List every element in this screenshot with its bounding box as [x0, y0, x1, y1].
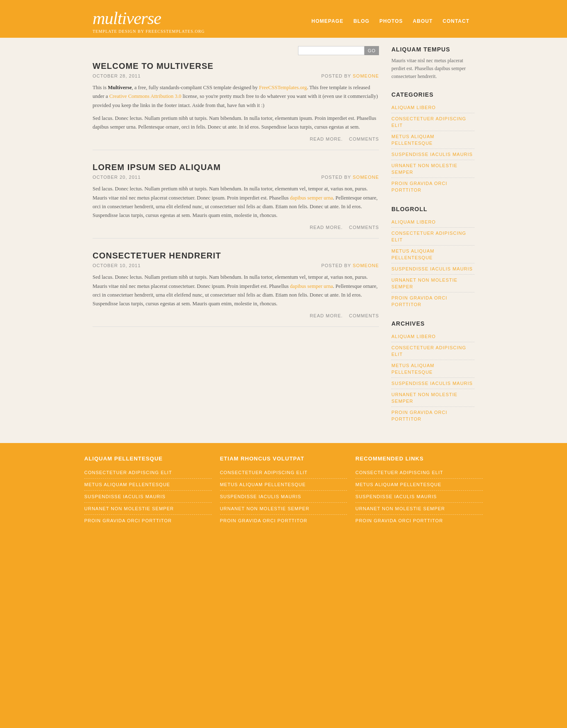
read-more-link[interactable]: READ MORE. [310, 136, 343, 141]
list-item-link[interactable]: METUS ALIQUAM PELLENTESQUE [391, 363, 434, 375]
archives-title: ARCHIVES [391, 320, 474, 327]
post-body-link[interactable]: dapibus semper urna [290, 283, 333, 289]
site-logo: multiverse TEMPLATE DESIGN BY FREECSSTEM… [93, 8, 205, 34]
footer-col3-list: CONSECTETUER ADIPISCING ELITMETUS ALIQUA… [355, 467, 483, 526]
list-item: METUS ALIQUAM PELLENTESQUE [391, 246, 474, 263]
footer-list-item: CONSECTETUER ADIPISCING ELIT [355, 467, 483, 479]
post-title: CONSECTETUER HENDRERIT [93, 251, 379, 261]
footer-col2-title: ETIAM RHONCUS VOLUTPAT [220, 455, 347, 462]
about-text: Mauris vitae nisl nec metus placerat per… [391, 57, 474, 81]
footer-inner: ALIQUAM PELLENTESQUE CONSECTETUER ADIPIS… [84, 455, 483, 526]
list-item: PROIN GRAVIDA ORCI PORTTITOR [391, 407, 474, 424]
read-more-link[interactable]: READ MORE. [310, 225, 343, 230]
footer-col1-title: ALIQUAM PELLENTESQUE [84, 455, 212, 462]
post-author-section: POSTED BY SOMEONE [321, 263, 379, 268]
site-title: multiverse [93, 8, 205, 28]
footer-list-link[interactable]: URNANET NON MOLESTIE SEMPER [355, 506, 445, 511]
footer-list-link[interactable]: CONSECTETUER ADIPISCING ELIT [220, 470, 308, 475]
footer-list-link[interactable]: CONSECTETUER ADIPISCING ELIT [355, 470, 443, 475]
footer-list-link[interactable]: URNANET NON MOLESTIE SEMPER [84, 506, 174, 511]
footer-col-2: ETIAM RHONCUS VOLUTPAT CONSECTETUER ADIP… [220, 455, 356, 526]
footer-list-link[interactable]: METUS ALIQUAM PELLENTESQUE [355, 482, 441, 487]
post-date: OCTOBER 28, 2011 [93, 73, 141, 78]
post-footer: READ MORE.COMMENTS [93, 225, 379, 230]
footer-list-item: URNANET NON MOLESTIE SEMPER [220, 503, 347, 515]
list-item-link[interactable]: SUSPENDISSE IACULIS MAURIS [391, 152, 473, 157]
read-more-link[interactable]: READ MORE. [310, 313, 343, 318]
list-item-link[interactable]: SUSPENDISSE IACULIS MAURIS [391, 381, 473, 386]
footer-col2-list: CONSECTETUER ADIPISCING ELITMETUS ALIQUA… [220, 467, 347, 526]
list-item-link[interactable]: ALIQUAM LIBERO [391, 105, 436, 110]
blogroll-list: ALIQUAM LIBEROCONSECTETUER ADIPISCING EL… [391, 217, 474, 310]
footer-list-link[interactable]: CONSECTETUER ADIPISCING ELIT [84, 470, 172, 475]
nav-link-blog[interactable]: BLOG [348, 17, 374, 26]
list-item-link[interactable]: PROIN GRAVIDA ORCI PORTTITOR [391, 181, 447, 192]
nav-link-homepage[interactable]: HOMEPAGE [306, 17, 348, 26]
sidebar: ALIQUAM TEMPUS Mauris vitae nisl nec met… [391, 46, 474, 435]
categories-title: CATEGORIES [391, 91, 474, 98]
comments-link[interactable]: COMMENTS [349, 225, 379, 230]
main-content: GO WELCOME TO MULTIVERSEOCTOBER 28, 2011… [93, 46, 391, 435]
list-item: SUSPENDISSE IACULIS MAURIS [391, 263, 474, 275]
post-meta: OCTOBER 20, 2011POSTED BY SOMEONE [93, 175, 379, 180]
post-body: Sed lacus. Donec lectus. Nullam pretium … [93, 185, 379, 220]
footer-list-item: SUSPENDISSE IACULIS MAURIS [84, 491, 212, 503]
post-author: SOMEONE [353, 175, 379, 180]
search-button[interactable]: GO [364, 46, 379, 55]
post-title: LOREM IPSUM SED ALIQUAM [93, 163, 379, 172]
list-item-link[interactable]: METUS ALIQUAM PELLENTESQUE [391, 134, 434, 146]
post-footer: READ MORE.COMMENTS [93, 313, 379, 318]
footer-list-item: SUSPENDISSE IACULIS MAURIS [220, 491, 347, 503]
post-date: OCTOBER 20, 2011 [93, 175, 141, 180]
post-meta: OCTOBER 28, 2011POSTED BY SOMEONE [93, 73, 379, 78]
footer-list-link[interactable]: SUSPENDISSE IACULIS MAURIS [355, 494, 437, 499]
footer-list-link[interactable]: PROIN GRAVIDA ORCI PORTTITOR [355, 518, 443, 523]
post-body-link[interactable]: dapibus semper urna [290, 195, 333, 201]
nav-link-about[interactable]: ABOUT [408, 17, 438, 26]
list-item: SUSPENDISSE IACULIS MAURIS [391, 149, 474, 160]
footer-list-item: PROIN GRAVIDA ORCI PORTTITOR [355, 515, 483, 526]
list-item: URNANET NON MOLESTIE SEMPER [391, 160, 474, 178]
list-item-link[interactable]: CONSECTETUER ADIPISCING ELIT [391, 231, 466, 242]
footer-list-link[interactable]: SUSPENDISSE IACULIS MAURIS [220, 494, 301, 499]
footer-list-item: CONSECTETUER ADIPISCING ELIT [220, 467, 347, 479]
list-item-link[interactable]: CONSECTETUER ADIPISCING ELIT [391, 116, 466, 128]
list-item-link[interactable]: ALIQUAM LIBERO [391, 334, 436, 339]
footer-list-item: SUSPENDISSE IACULIS MAURIS [355, 491, 483, 503]
posts-container: WELCOME TO MULTIVERSEOCTOBER 28, 2011POS… [93, 61, 379, 327]
list-item-link[interactable]: URNANET NON MOLESTIE SEMPER [391, 278, 457, 289]
comments-link[interactable]: COMMENTS [349, 313, 379, 318]
footer-list-link[interactable]: SUSPENDISSE IACULIS MAURIS [84, 494, 166, 499]
list-item-link[interactable]: SUSPENDISSE IACULIS MAURIS [391, 266, 473, 271]
search-input[interactable] [298, 46, 364, 55]
list-item: METUS ALIQUAM PELLENTESQUE [391, 360, 474, 378]
post-1: LOREM IPSUM SED ALIQUAMOCTOBER 20, 2011P… [93, 163, 379, 239]
footer-list-link[interactable]: URNANET NON MOLESTIE SEMPER [220, 506, 310, 511]
list-item-link[interactable]: PROIN GRAVIDA ORCI PORTTITOR [391, 410, 447, 421]
post-author-section: POSTED BY SOMEONE [321, 175, 379, 180]
nav-link-photos[interactable]: PHOTOS [374, 17, 408, 26]
about-title: ALIQUAM TEMPUS [391, 46, 474, 53]
comments-link[interactable]: COMMENTS [349, 136, 379, 141]
list-item-link[interactable]: URNANET NON MOLESTIE SEMPER [391, 163, 457, 175]
footer-list-item: METUS ALIQUAM PELLENTESQUE [220, 479, 347, 491]
nav-link-contact[interactable]: CONTACT [437, 17, 474, 26]
list-item-link[interactable]: ALIQUAM LIBERO [391, 219, 436, 224]
post-footer: READ MORE.COMMENTS [93, 136, 379, 141]
footer-list-item: CONSECTETUER ADIPISCING ELIT [84, 467, 212, 479]
footer-col3-title: RECOMMENDED LINKS [355, 455, 483, 462]
footer-list-link[interactable]: METUS ALIQUAM PELLENTESQUE [84, 482, 170, 487]
footer-list-item: PROIN GRAVIDA ORCI PORTTITOR [84, 515, 212, 526]
footer-list-link[interactable]: PROIN GRAVIDA ORCI PORTTITOR [84, 518, 172, 523]
footer-list-link[interactable]: PROIN GRAVIDA ORCI PORTTITOR [220, 518, 308, 523]
list-item-link[interactable]: PROIN GRAVIDA ORCI PORTTITOR [391, 295, 447, 307]
post-body: Sed lacus. Donec lectus. Nullam pretium … [93, 273, 379, 308]
list-item-link[interactable]: METUS ALIQUAM PELLENTESQUE [391, 248, 434, 260]
list-item-link[interactable]: URNANET NON MOLESTIE SEMPER [391, 392, 457, 404]
list-item: CONSECTETUER ADIPISCING ELIT [391, 228, 474, 246]
list-item-link[interactable]: CONSECTETUER ADIPISCING ELIT [391, 345, 466, 357]
footer-col1-list: CONSECTETUER ADIPISCING ELITMETUS ALIQUA… [84, 467, 212, 526]
footer-list-link[interactable]: METUS ALIQUAM PELLENTESQUE [220, 482, 306, 487]
footer-list-item: METUS ALIQUAM PELLENTESQUE [355, 479, 483, 491]
nav-list: HOMEPAGEBLOGPHOTOSABOUTCONTACT [306, 17, 474, 26]
